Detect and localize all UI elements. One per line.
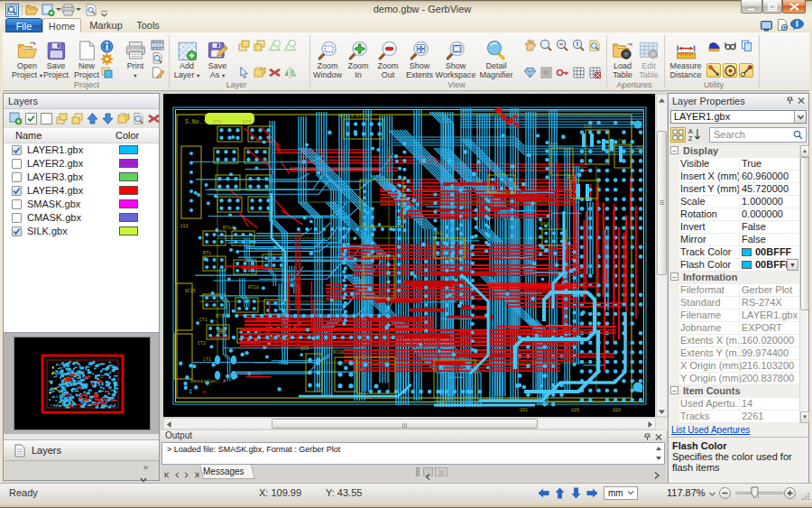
svg-text:DC10: DC10 xyxy=(333,350,344,356)
svg-text:R10: R10 xyxy=(540,222,549,227)
svg-text:RA1: RA1 xyxy=(434,231,442,236)
svg-text:A: A xyxy=(688,128,693,134)
svg-text:C15: C15 xyxy=(549,143,558,148)
svg-text:U29: U29 xyxy=(571,408,579,413)
svg-text:U53: U53 xyxy=(217,328,226,334)
svg-text:1: 1 xyxy=(189,388,192,395)
svg-text:Z: Z xyxy=(688,135,693,142)
svg-text:R43: R43 xyxy=(567,175,576,180)
svg-text:DT5: DT5 xyxy=(243,119,252,125)
svg-text:CT2: CT2 xyxy=(198,341,206,346)
svg-text:+: + xyxy=(202,389,206,396)
svg-text:J12: J12 xyxy=(180,223,189,229)
svg-text:R718: R718 xyxy=(248,285,259,291)
svg-text:DT1.0 DT1.0: DT1.0 DT1.0 xyxy=(340,114,370,119)
svg-text:U28: U28 xyxy=(613,408,621,413)
svg-text:DC9: DC9 xyxy=(300,346,309,352)
svg-text:DC25: DC25 xyxy=(185,289,196,294)
svg-text:R714: R714 xyxy=(223,226,234,231)
svg-text:CT1: CT1 xyxy=(199,318,208,323)
svg-text:J11: J11 xyxy=(636,146,644,152)
svg-text:C16: C16 xyxy=(584,125,592,130)
svg-text:R71: R71 xyxy=(203,251,211,256)
svg-text:DT6: DT6 xyxy=(213,119,222,125)
svg-text:U31: U31 xyxy=(520,408,528,413)
svg-text:S.No.:: S.No.: xyxy=(185,119,206,125)
svg-text:C13: C13 xyxy=(618,139,626,144)
